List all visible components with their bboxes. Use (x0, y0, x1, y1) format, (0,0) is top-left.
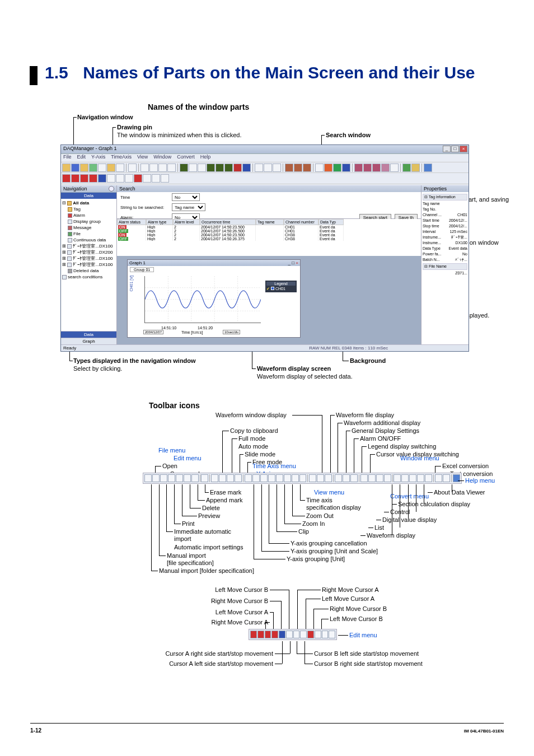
toolbar-icon[interactable] (98, 164, 106, 172)
tree-item[interactable]: ﾃﾞｰﾀ管理室...DX100 (73, 256, 113, 261)
toolbar-icon[interactable] (89, 174, 97, 183)
searched-select[interactable]: Tag name (172, 203, 205, 211)
toolbar-icon[interactable] (62, 164, 71, 172)
toolbar-icon[interactable] (189, 164, 197, 172)
toolbar-icon[interactable] (342, 164, 350, 172)
col-occurrence[interactable]: Occurrence time (200, 219, 256, 225)
col-alarm-level[interactable]: Alarm level (173, 219, 200, 225)
tb-icon[interactable] (435, 474, 442, 482)
toolbar-icon[interactable] (125, 174, 133, 183)
tb-icon[interactable] (191, 474, 199, 482)
tb-icon[interactable] (219, 474, 226, 482)
tree-item[interactable]: Alarm (73, 213, 85, 218)
group-dropdown[interactable]: Group 01 (130, 267, 154, 272)
toolbar-icon[interactable] (333, 164, 341, 172)
tb-icon[interactable] (152, 474, 160, 482)
toolbar-icon[interactable] (80, 174, 88, 183)
tb-icon[interactable] (286, 631, 293, 638)
tree-item[interactable]: search conditions (68, 274, 102, 279)
toolbar-icon[interactable] (149, 164, 158, 172)
tb-icon[interactable] (307, 631, 314, 638)
data-list-row[interactable]: ONHigh22004/12/07 14:50:23.500CH38Event … (117, 233, 421, 237)
toolbar-icon[interactable] (390, 164, 399, 172)
tb-icon[interactable] (409, 474, 416, 482)
tb-icon[interactable] (443, 474, 450, 482)
tb-icon[interactable] (425, 474, 432, 482)
tree-item[interactable]: ﾃﾞｰﾀ管理室...DX200 (73, 250, 113, 255)
tb-icon[interactable] (284, 474, 291, 482)
toolbar-icon[interactable] (216, 164, 224, 172)
tb-icon[interactable] (184, 474, 191, 482)
tb-icon[interactable] (317, 474, 324, 482)
tb-icon[interactable] (260, 474, 268, 482)
data-list-row[interactable]: OFFHigh22004/12/07 14:50:26.375CH38Event… (117, 237, 421, 241)
toolbar-icon[interactable] (255, 164, 263, 172)
plot-area[interactable] (144, 276, 261, 323)
tb-icon[interactable] (235, 474, 242, 482)
toolbar-icon[interactable] (315, 164, 324, 172)
toolbar-icon[interactable] (207, 164, 215, 172)
menu-convert[interactable]: Convert (177, 154, 195, 162)
tb-icon[interactable] (325, 474, 332, 482)
tb-icon[interactable] (245, 474, 252, 482)
tree-item[interactable]: Display group (73, 219, 101, 224)
tb-icon[interactable] (211, 474, 218, 482)
nav-data-header[interactable]: Data (61, 193, 116, 199)
toolbar-icon[interactable] (134, 174, 142, 183)
tb-icon[interactable] (268, 474, 275, 482)
tb-icon[interactable] (350, 474, 358, 482)
col-alarm-type[interactable]: Alarm type (146, 219, 173, 225)
col-alarm-status[interactable]: Alarm status (117, 219, 146, 225)
toolbar-icon[interactable] (354, 164, 363, 172)
tb-icon[interactable] (329, 631, 335, 638)
tb-icon[interactable] (309, 474, 316, 482)
toolbar-icon[interactable] (161, 174, 169, 183)
minimize-button[interactable]: _ (443, 146, 451, 152)
toolbar-icon[interactable] (424, 164, 432, 172)
tb-icon[interactable] (293, 631, 300, 638)
col-tag[interactable]: Tag name (256, 219, 284, 225)
tb-icon[interactable] (299, 474, 307, 482)
tb-icon[interactable] (250, 631, 257, 638)
menu-view[interactable]: View (137, 154, 148, 162)
tb-icon[interactable] (271, 631, 278, 638)
tree-item[interactable]: File (73, 231, 81, 236)
toolbar-icon[interactable] (273, 164, 281, 172)
tb-icon[interactable] (401, 474, 409, 482)
toolbar-icon[interactable] (107, 164, 115, 172)
toolbar-icon[interactable] (363, 164, 372, 172)
tree-item[interactable]: ﾃﾞｰﾀ管理室...DX100 (73, 244, 113, 249)
menu-timeaxis[interactable]: TimeAxis (111, 154, 132, 162)
tb-icon[interactable] (279, 631, 285, 638)
toolbar-icon[interactable] (143, 174, 151, 183)
tb-icon[interactable] (360, 474, 368, 482)
col-channel[interactable]: Channel number (284, 219, 318, 225)
toolbar-icon[interactable] (71, 164, 79, 172)
toolbar-icon[interactable] (158, 164, 167, 172)
data-list-row[interactable]: ONHigh22004/12/07 14:50:23.500CH01Event … (117, 225, 421, 229)
nav-tab-graph[interactable]: Graph (61, 338, 116, 344)
tree-item[interactable]: Continuous data (73, 237, 106, 242)
tb-icon[interactable] (343, 474, 350, 482)
tb-icon[interactable] (168, 474, 175, 482)
tb-icon[interactable] (227, 474, 234, 482)
toolbar-icon[interactable] (116, 164, 124, 172)
tb-icon[interactable] (265, 631, 271, 638)
toolbar-icon[interactable] (180, 164, 188, 172)
tb-icon[interactable] (394, 474, 401, 482)
toolbar-icon[interactable] (264, 164, 272, 172)
col-datatype[interactable]: Data Typ (318, 219, 344, 225)
toolbar-icon[interactable] (116, 174, 124, 183)
close-button[interactable]: × (460, 146, 467, 152)
tree-root[interactable]: All data (73, 200, 89, 206)
toolbar-icon[interactable] (372, 164, 381, 172)
tb-icon[interactable] (384, 474, 391, 482)
tb-icon[interactable] (144, 474, 152, 482)
menu-window[interactable]: Window (153, 154, 171, 162)
toolbar-icon[interactable] (411, 164, 420, 172)
prop-section[interactable]: File Name (429, 264, 447, 268)
toolbar-icon[interactable] (89, 164, 97, 172)
toolbar-icon[interactable] (98, 174, 106, 183)
tb-icon[interactable] (176, 474, 183, 482)
toolbar-icon[interactable] (402, 164, 411, 172)
